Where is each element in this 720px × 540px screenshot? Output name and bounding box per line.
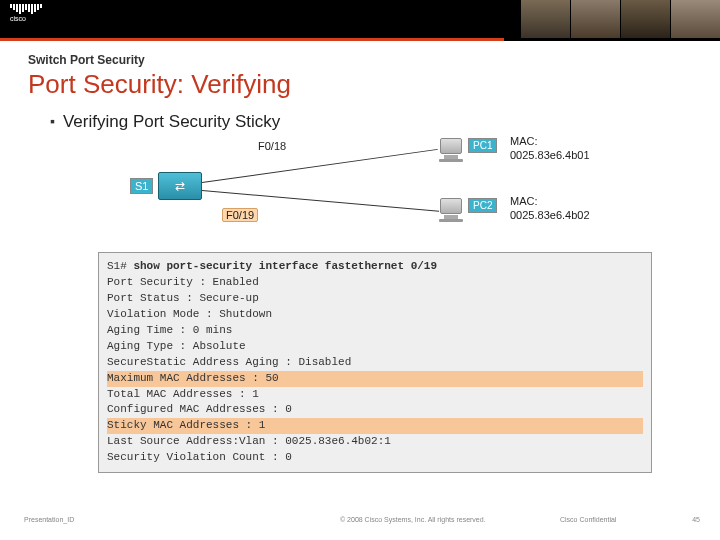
terminal-line: Last Source Address:Vlan : 0025.83e6.4b0… <box>107 434 643 450</box>
pc2-mac: MAC: 0025.83e6.4b02 <box>510 194 590 223</box>
link-line <box>202 149 438 183</box>
mac-label: MAC: <box>510 195 538 207</box>
terminal-line: Configured MAC Addresses : 0 <box>107 402 643 418</box>
terminal-line: Maximum MAC Addresses : 50 <box>107 371 643 387</box>
terminal-line: SecureStatic Address Aging : Disabled <box>107 355 643 371</box>
cisco-logo: cisco <box>10 4 42 22</box>
mac-value: 0025.83e6.4b01 <box>510 149 590 161</box>
mac-value: 0025.83e6.4b02 <box>510 209 590 221</box>
terminal-command-line: S1# show port-security interface fasteth… <box>107 259 643 275</box>
brand-text: cisco <box>10 15 42 22</box>
header-people-strip <box>520 0 720 38</box>
slide-title: Port Security: Verifying <box>28 69 692 100</box>
terminal-line: Total MAC Addresses : 1 <box>107 387 643 403</box>
pc1-label: PC1 <box>468 138 497 153</box>
pc-icon <box>436 198 466 224</box>
terminal-line: Violation Mode : Shutdown <box>107 307 643 323</box>
switch-icon <box>158 172 218 200</box>
copyright: © 2008 Cisco Systems, Inc. All rights re… <box>340 516 486 523</box>
pc2-label: PC2 <box>468 198 497 213</box>
port-label-top: F0/18 <box>258 140 286 152</box>
pc-icon <box>436 138 466 164</box>
page-number: 45 <box>692 516 700 523</box>
terminal-line: Sticky MAC Addresses : 1 <box>107 418 643 434</box>
terminal-line: Port Status : Secure-up <box>107 291 643 307</box>
port-label-bottom: F0/19 <box>222 208 258 222</box>
terminal-line: Aging Type : Absolute <box>107 339 643 355</box>
presentation-id: Presentation_ID <box>24 516 74 523</box>
terminal-line: Security Violation Count : 0 <box>107 450 643 466</box>
bullet-text: Verifying Port Security Sticky <box>63 112 280 132</box>
slide-content: Switch Port Security Port Security: Veri… <box>0 41 720 473</box>
slide-overline: Switch Port Security <box>28 53 692 67</box>
terminal-line: Port Security : Enabled <box>107 275 643 291</box>
confidential: Cisco Confidential <box>560 516 616 523</box>
network-diagram: S1 F0/18 F0/19 PC1 MAC: 0025.83e6.4b01 P… <box>118 138 652 248</box>
mac-label: MAC: <box>510 135 538 147</box>
footer: Presentation_ID © 2008 Cisco Systems, In… <box>0 516 720 530</box>
terminal-line: Aging Time : 0 mins <box>107 323 643 339</box>
bullet-icon: ▪ <box>50 112 55 132</box>
bullet-item: ▪ Verifying Port Security Sticky <box>50 112 692 132</box>
header-bar: cisco <box>0 0 720 38</box>
pc1-mac: MAC: 0025.83e6.4b01 <box>510 134 590 163</box>
switch-label: S1 <box>130 178 153 194</box>
terminal-output: S1# show port-security interface fasteth… <box>98 252 652 473</box>
